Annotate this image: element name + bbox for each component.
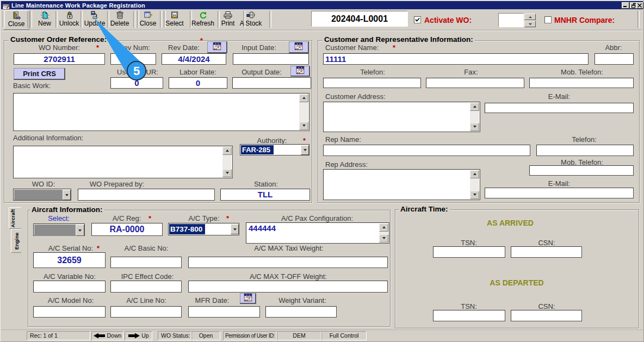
svg-text:5: 5 xyxy=(133,64,140,78)
